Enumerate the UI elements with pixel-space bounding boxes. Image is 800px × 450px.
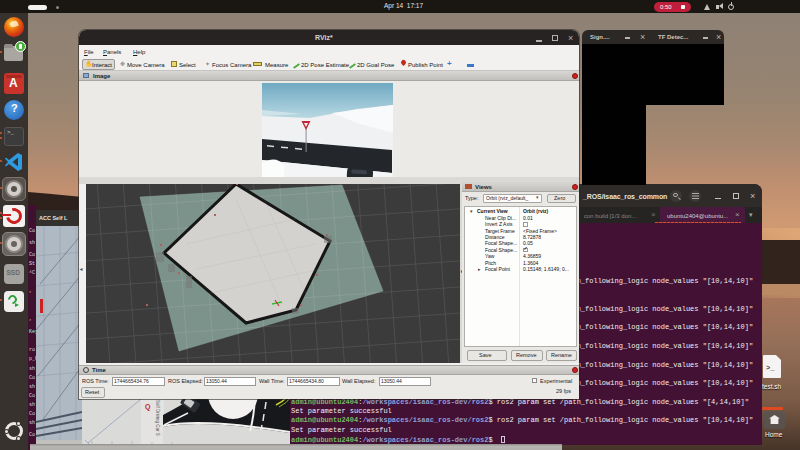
svg-text:Q: Q [145, 403, 151, 411]
svg-text:Self Driving Car S: Self Driving Car S [155, 400, 160, 436]
